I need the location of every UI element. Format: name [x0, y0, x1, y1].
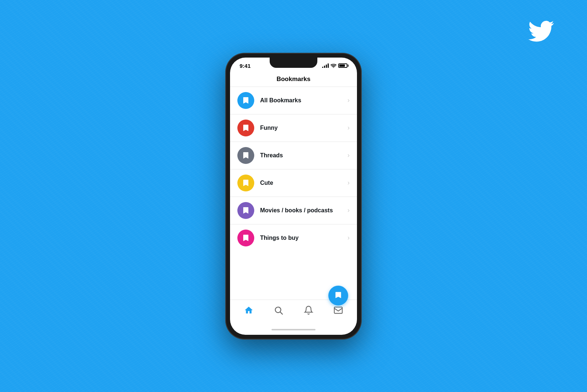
battery-icon [338, 63, 347, 68]
bookmark-label-all-bookmarks: All Bookmarks [260, 97, 347, 104]
bookmarks-list: All Bookmarks › Funny › Threads › [230, 87, 357, 300]
chevron-right-icon: › [347, 179, 350, 187]
bookmark-label-funny: Funny [260, 125, 347, 131]
status-time: 9:41 [240, 63, 251, 69]
bookmark-label-movies: Movies / books / podcasts [260, 207, 347, 214]
twitter-logo [528, 18, 554, 45]
nav-search-button[interactable] [270, 302, 287, 318]
bookmark-icon-movies [237, 202, 254, 219]
list-item[interactable]: Things to buy › [230, 224, 357, 252]
page-title: Bookmarks [237, 76, 350, 83]
wifi-icon [331, 63, 336, 68]
list-item[interactable]: Cute › [230, 169, 357, 197]
add-bookmark-folder-button[interactable] [328, 286, 348, 305]
signal-icon [322, 63, 329, 68]
list-item[interactable]: Funny › [230, 114, 357, 142]
list-item[interactable]: Movies / books / podcasts › [230, 197, 357, 224]
bookmark-icon-all-bookmarks [237, 92, 254, 109]
status-icons [322, 63, 347, 68]
bookmark-icon-things-to-buy [237, 230, 254, 246]
chevron-right-icon: › [347, 151, 350, 159]
bookmark-label-cute: Cute [260, 180, 347, 186]
chevron-right-icon: › [347, 124, 350, 132]
bookmark-label-things-to-buy: Things to buy [260, 235, 347, 241]
home-indicator [230, 325, 357, 335]
bookmark-icon-funny [237, 120, 254, 136]
list-item[interactable]: Threads › [230, 142, 357, 169]
mail-icon [333, 305, 343, 315]
nav-home-button[interactable] [241, 302, 257, 318]
nav-notifications-button[interactable] [300, 302, 317, 318]
chevron-right-icon: › [347, 206, 350, 214]
app-header: Bookmarks [230, 72, 357, 87]
chevron-right-icon: › [347, 96, 350, 104]
chevron-right-icon: › [347, 234, 350, 242]
list-item[interactable]: All Bookmarks › [230, 87, 357, 114]
bookmark-label-threads: Threads [260, 152, 347, 159]
phone-frame: 9:41 [226, 53, 361, 339]
bell-icon [304, 305, 313, 315]
search-icon [274, 305, 283, 315]
add-bookmark-icon [333, 291, 343, 300]
svg-point-0 [333, 67, 334, 68]
bookmark-icon-threads [237, 147, 254, 164]
home-icon [244, 305, 254, 315]
phone-notch [270, 58, 317, 68]
svg-rect-3 [334, 307, 342, 313]
phone-screen: 9:41 [230, 58, 357, 335]
svg-line-2 [280, 312, 282, 314]
bookmark-icon-cute [237, 175, 254, 191]
